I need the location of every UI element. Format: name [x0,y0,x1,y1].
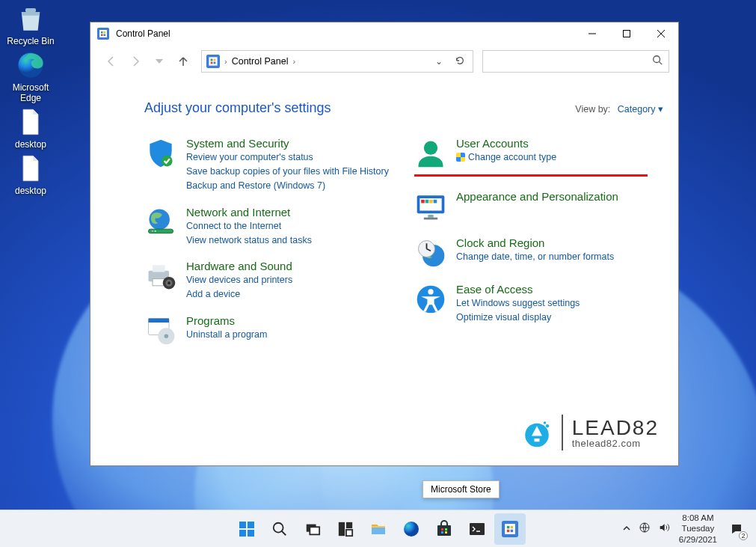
address-location[interactable]: Control Panel [232,56,289,67]
taskbar-store[interactable] [428,513,460,545]
category-link[interactable]: View network status and tasks [186,234,312,247]
svg-rect-5 [104,31,106,34]
svg-rect-70 [506,529,508,531]
shield-icon [144,137,177,170]
recycle-bin-icon [15,3,46,34]
desktop-icon-label: Recycle Bin [7,36,54,46]
search-input[interactable] [489,56,652,67]
svg-point-31 [165,334,169,339]
taskbar-edge[interactable] [396,513,427,545]
category-col-left: System and Security Review your computer… [144,137,393,347]
nav-forward-button[interactable] [123,49,147,73]
taskbar-control-panel[interactable] [494,513,526,545]
category-link[interactable]: Uninstall a program [186,328,267,341]
search-button[interactable] [264,513,295,545]
maximize-button[interactable] [609,22,644,45]
svg-rect-58 [372,528,385,534]
svg-rect-6 [101,34,103,37]
titlebar[interactable]: Control Panel [90,22,678,45]
search-icon[interactable] [652,55,663,68]
chevron-right-icon: › [292,57,295,66]
svg-rect-39 [428,215,433,218]
svg-rect-67 [505,524,515,534]
network-icon[interactable] [639,522,651,536]
content-area: Adjust your computer's settings View by:… [90,78,678,465]
svg-rect-13 [211,62,213,64]
svg-rect-40 [424,218,437,220]
widgets-button[interactable] [330,513,361,545]
window-title: Control Panel [116,28,170,39]
category-link[interactable]: Save backup copies of your files with Fi… [186,165,389,178]
printer-icon [144,260,177,293]
category-title[interactable]: Clock and Region [456,236,614,249]
desktop-icon-edge[interactable]: Microsoft Edge [3,49,58,103]
nav-row: › Control Panel › ⌄ [90,45,678,78]
desktop-icon-file-1[interactable]: desktop [3,106,58,150]
category-title[interactable]: User Accounts [456,137,556,150]
taskbar-clock[interactable]: 8:08 AM Tuesday 6/29/2021 [679,513,717,545]
category-link[interactable]: Change account type [456,151,556,164]
minimize-button[interactable] [575,22,609,45]
tray-overflow-button[interactable] [622,523,631,535]
search-box[interactable] [482,50,669,73]
category-link[interactable]: Backup and Restore (Windows 7) [186,180,389,192]
tooltip: Microsoft Store [422,480,500,498]
svg-rect-29 [149,319,170,323]
close-button[interactable] [644,22,678,45]
edge-icon [15,49,46,81]
svg-rect-7 [104,34,106,37]
start-button[interactable] [231,513,262,545]
category-link[interactable]: Connect to the Internet [186,220,312,233]
user-icon [414,137,447,170]
svg-rect-68 [506,525,508,528]
category-title[interactable]: Programs [186,314,267,327]
accessibility-icon [414,283,447,316]
svg-point-21 [155,230,156,231]
refresh-button[interactable] [452,55,468,68]
taskbar-explorer[interactable] [363,513,394,545]
category-link[interactable]: Add a device [186,288,292,301]
desktop-icon-recycle-bin[interactable]: Recycle Bin [3,3,58,46]
category-title[interactable]: System and Security [186,137,389,150]
view-by-dropdown[interactable]: Category ▾ [618,104,663,114]
address-bar[interactable]: › Control Panel › ⌄ [201,50,473,73]
nav-recent-button[interactable] [147,49,171,73]
category-appearance: Appearance and Personalization [414,190,663,223]
category-title[interactable]: Hardware and Sound [186,260,292,272]
svg-point-47 [546,424,549,427]
category-title[interactable]: Appearance and Personalization [456,190,618,203]
category-link[interactable]: Review your computer's status [186,151,389,164]
category-link[interactable]: Let Windows suggest settings [456,297,580,310]
category-link[interactable]: Optimize visual display [456,311,580,324]
category-title[interactable]: Ease of Access [456,283,580,296]
svg-rect-23 [153,266,165,272]
desktop-icon-file-2[interactable]: desktop [3,153,58,196]
svg-rect-49 [248,522,254,528]
notification-badge: 2 [739,531,748,540]
watermark-subtitle: thelead82.com [572,438,659,448]
category-link[interactable]: View devices and printers [186,274,292,287]
svg-point-46 [543,421,546,424]
svg-rect-48 [239,522,246,528]
globe-icon [144,206,177,239]
category-user-accounts: User Accounts Change account type [414,137,663,170]
notifications-button[interactable]: 2 [726,519,747,540]
category-title[interactable]: Network and Internet [186,206,312,219]
svg-rect-50 [239,530,246,537]
category-link[interactable]: Change date, time, or number formats [456,251,614,263]
svg-rect-37 [429,200,433,204]
taskbar-terminal[interactable] [461,513,493,545]
svg-rect-12 [214,59,216,61]
svg-rect-3 [99,30,107,37]
svg-rect-11 [211,59,213,61]
volume-icon[interactable] [658,522,670,536]
svg-point-44 [428,289,433,294]
address-dropdown-button[interactable]: ⌄ [431,56,447,67]
nav-up-button[interactable] [171,49,195,73]
category-col-right: User Accounts Change account type Appear… [414,137,663,347]
nav-back-button[interactable] [99,49,123,73]
svg-rect-8 [624,31,630,37]
taskview-button[interactable] [297,513,328,545]
file-icon [15,106,46,138]
svg-rect-63 [441,531,443,534]
